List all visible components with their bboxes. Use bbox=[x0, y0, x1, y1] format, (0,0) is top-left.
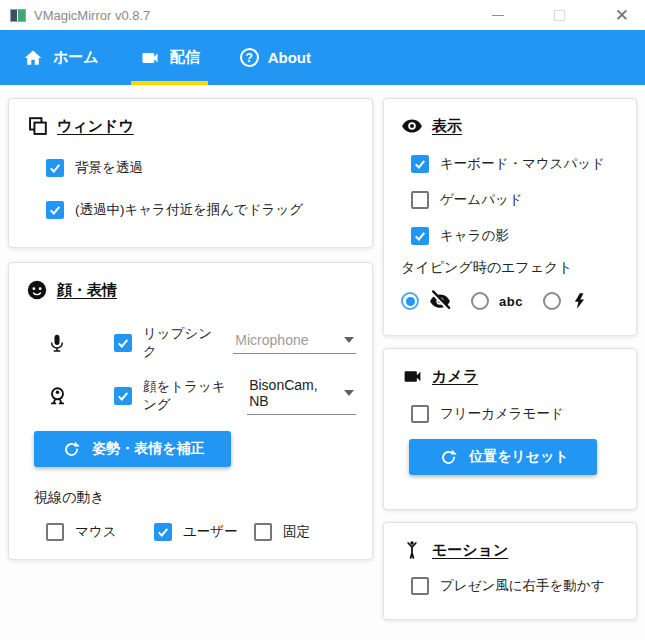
camera-card-title: カメラ bbox=[432, 367, 478, 386]
transparent-bg-label: 背景を透過 bbox=[75, 159, 143, 177]
tab-stream[interactable]: 配信 bbox=[131, 30, 208, 85]
drag-char-row: (透過中)キャラ付近を掴んでドラッグ bbox=[46, 201, 356, 219]
window-card-header: ウィンドウ bbox=[26, 115, 356, 137]
gaze-section-label: 視線の動き bbox=[34, 489, 356, 507]
help-icon: ? bbox=[240, 48, 259, 67]
gaze-fixed-checkbox[interactable] bbox=[254, 523, 272, 541]
calibrate-button-label: 姿勢・表情を補正 bbox=[92, 440, 204, 458]
free-camera-row: フリーカメラモード bbox=[411, 405, 620, 423]
transparent-bg-checkbox[interactable] bbox=[46, 159, 64, 177]
face-icon bbox=[26, 279, 48, 301]
camera-device-select-value: BisonCam, NB bbox=[249, 377, 338, 409]
effect-lightning-option bbox=[543, 290, 591, 312]
right-column: 表示 キーボード・マウスパッド ゲームパッド キャラの影 タイピング bbox=[383, 98, 637, 640]
effect-abc-radio[interactable] bbox=[471, 292, 489, 310]
microphone-select[interactable]: Microphone bbox=[233, 332, 356, 354]
presentation-checkbox[interactable] bbox=[411, 577, 429, 595]
camera-device-select[interactable]: BisonCam, NB bbox=[247, 377, 356, 415]
free-camera-label: フリーカメラモード bbox=[440, 405, 564, 423]
home-icon bbox=[22, 47, 44, 69]
transparent-bg-row: 背景を透過 bbox=[46, 159, 356, 177]
microphone-icon bbox=[46, 332, 68, 354]
app-icon bbox=[10, 9, 26, 22]
face-tracking-checkbox[interactable] bbox=[114, 387, 132, 405]
window-card-title: ウィンドウ bbox=[57, 117, 134, 136]
motion-settings-card: モーション プレゼン風に右手を動かす bbox=[383, 522, 637, 620]
camera-settings-card: カメラ フリーカメラモード 位置をリセット bbox=[383, 348, 637, 510]
title-bar: VMagicMirror v0.8.7 ✕ bbox=[0, 0, 645, 30]
windows-overlap-icon bbox=[26, 115, 48, 137]
video-camera-icon bbox=[401, 365, 423, 387]
drag-char-checkbox[interactable] bbox=[46, 201, 64, 219]
keyboard-mousepad-label: キーボード・マウスパッド bbox=[440, 155, 605, 173]
gaze-user-label: ユーザー bbox=[183, 523, 238, 541]
video-camera-icon bbox=[139, 47, 161, 69]
tab-about[interactable]: ? About bbox=[232, 30, 319, 85]
face-card-title: 顔・表情 bbox=[57, 281, 117, 300]
tab-about-label: About bbox=[268, 49, 311, 66]
keyboard-mousepad-row: キーボード・マウスパッド bbox=[411, 155, 620, 173]
effect-none-option bbox=[401, 290, 451, 312]
free-camera-checkbox[interactable] bbox=[411, 405, 429, 423]
gaze-fixed-label: 固定 bbox=[283, 523, 310, 541]
left-column: ウィンドウ 背景を透過 (透過中)キャラ付近を掴んでドラッグ bbox=[8, 98, 373, 640]
window-settings-card: ウィンドウ 背景を透過 (透過中)キャラ付近を掴んでドラッグ bbox=[8, 98, 373, 248]
gaze-mouse-label: マウス bbox=[75, 523, 116, 541]
window-title: VMagicMirror v0.8.7 bbox=[34, 8, 150, 23]
char-shadow-row: キャラの影 bbox=[411, 227, 620, 245]
face-card-header: 顔・表情 bbox=[26, 279, 356, 301]
motion-card-title: モーション bbox=[432, 541, 508, 560]
eye-icon bbox=[401, 115, 423, 137]
drag-char-label: (透過中)キャラ付近を掴んでドラッグ bbox=[75, 201, 303, 219]
face-expression-card: 顔・表情 リップシンク Microphone bbox=[8, 262, 373, 560]
refresh-icon bbox=[60, 438, 82, 460]
chevron-down-icon bbox=[344, 337, 354, 343]
presentation-label: プレゼン風に右手を動かす bbox=[440, 577, 605, 595]
microphone-select-value: Microphone bbox=[235, 332, 308, 348]
lip-sync-checkbox[interactable] bbox=[114, 334, 132, 352]
camera-card-header: カメラ bbox=[401, 365, 620, 387]
gamepad-checkbox[interactable] bbox=[411, 191, 429, 209]
eye-off-icon bbox=[429, 290, 451, 312]
face-tracking-label: 顔をトラッキング bbox=[143, 378, 236, 414]
gamepad-label: ゲームパッド bbox=[440, 191, 523, 209]
tab-stream-label: 配信 bbox=[170, 48, 200, 67]
lip-sync-row: リップシンク Microphone bbox=[46, 325, 356, 361]
face-tracking-row: 顔をトラッキング BisonCam, NB bbox=[46, 377, 356, 415]
lightning-icon bbox=[569, 290, 591, 312]
lip-sync-label: リップシンク bbox=[143, 325, 222, 361]
person-arms-up-icon bbox=[401, 539, 423, 561]
gaze-fixed-option: 固定 bbox=[254, 523, 310, 541]
presentation-row: プレゼン風に右手を動かす bbox=[411, 577, 620, 595]
content-area: ウィンドウ 背景を透過 (透過中)キャラ付近を掴んでドラッグ bbox=[0, 85, 645, 640]
effect-lightning-radio[interactable] bbox=[543, 292, 561, 310]
gaze-options-row: マウス ユーザー 固定 bbox=[46, 523, 356, 541]
gaze-user-checkbox[interactable] bbox=[154, 523, 172, 541]
display-card-title: 表示 bbox=[432, 117, 462, 136]
close-icon[interactable]: ✕ bbox=[615, 9, 629, 22]
display-settings-card: 表示 キーボード・マウスパッド ゲームパッド キャラの影 タイピング bbox=[383, 98, 637, 336]
tab-home[interactable]: ホーム bbox=[14, 30, 107, 85]
typing-effect-options: abc bbox=[401, 290, 620, 312]
display-card-header: 表示 bbox=[401, 115, 620, 137]
refresh-icon bbox=[437, 446, 459, 468]
keyboard-mousepad-checkbox[interactable] bbox=[411, 155, 429, 173]
calibrate-button[interactable]: 姿勢・表情を補正 bbox=[34, 431, 231, 467]
nav-bar: ホーム 配信 ? About bbox=[0, 30, 645, 85]
reset-position-button-label: 位置をリセット bbox=[469, 448, 569, 466]
gamepad-row: ゲームパッド bbox=[411, 191, 620, 209]
motion-card-header: モーション bbox=[401, 539, 620, 561]
minimize-icon[interactable] bbox=[492, 15, 504, 16]
abc-text: abc bbox=[499, 294, 523, 309]
effect-none-radio[interactable] bbox=[401, 292, 419, 310]
reset-position-button[interactable]: 位置をリセット bbox=[409, 439, 597, 475]
typing-effect-label: タイピング時のエフェクト bbox=[401, 259, 620, 277]
char-shadow-label: キャラの影 bbox=[440, 227, 509, 245]
gaze-mouse-checkbox[interactable] bbox=[46, 523, 64, 541]
gaze-user-option: ユーザー bbox=[154, 523, 254, 541]
webcam-icon bbox=[46, 385, 68, 407]
chevron-down-icon bbox=[344, 390, 354, 396]
effect-abc-option: abc bbox=[471, 292, 523, 310]
maximize-icon[interactable] bbox=[554, 10, 565, 21]
char-shadow-checkbox[interactable] bbox=[411, 227, 429, 245]
